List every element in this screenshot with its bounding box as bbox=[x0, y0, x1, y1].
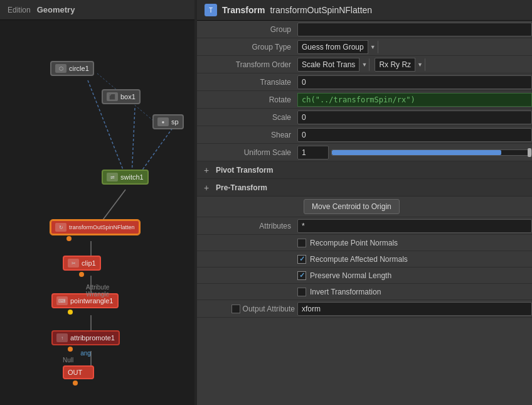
svg-line-1 bbox=[132, 108, 135, 176]
node-box-sp[interactable]: ● sp bbox=[152, 114, 184, 129]
group-type-dropdown-arrow[interactable]: ▼ bbox=[368, 40, 378, 54]
checkbox-preserve-normal-length-row: ✓ Preserve Normal Length bbox=[197, 267, 532, 284]
param-shear-value bbox=[297, 128, 532, 142]
uniform-scale-input[interactable] bbox=[297, 146, 329, 159]
preserve-normal-length-checkmark: ✓ bbox=[299, 271, 305, 279]
node-clip1[interactable]: ✂ clip1 bbox=[63, 256, 101, 271]
param-group-label: Group bbox=[197, 25, 297, 34]
preserve-normal-length-checkbox[interactable]: ✓ bbox=[297, 271, 306, 280]
node-icon-attribpromote: ↑ bbox=[56, 333, 68, 342]
checkbox-invert-transformation-area: Invert Transformation bbox=[297, 288, 532, 296]
node-icon-switch1: ⇌ bbox=[107, 173, 118, 181]
output-attribute-checkbox[interactable] bbox=[231, 305, 240, 313]
node-dot-transform bbox=[66, 236, 72, 241]
properties-panel: T Transform transformOutSpinNFlatten Gro… bbox=[197, 0, 532, 405]
param-rotate-value bbox=[297, 93, 532, 107]
node-icon-sp: ● bbox=[157, 117, 169, 126]
panel-header: Edition Geometry bbox=[0, 0, 194, 20]
node-label-clip1: clip1 bbox=[82, 259, 96, 267]
node-circle1[interactable]: ⬡ circle1 bbox=[50, 61, 94, 76]
transform-order-arrow2[interactable]: ▼ bbox=[415, 58, 425, 72]
checkbox-recompute-affected-normals-area: ✓ Recompute Affected Normals bbox=[297, 255, 532, 264]
param-group-type-row: Group Type Guess from Group ▼ bbox=[197, 38, 532, 56]
transform-order-arrow1[interactable]: ▼ bbox=[359, 58, 369, 72]
checkbox-recompute-affected-normals-row: ✓ Recompute Affected Normals bbox=[197, 251, 532, 267]
node-label-out: OUT bbox=[68, 369, 82, 376]
null-label: Null bbox=[63, 357, 73, 364]
node-sp[interactable]: ● sp bbox=[152, 114, 184, 129]
transform-order-text2: Rx Ry Rz bbox=[375, 60, 415, 69]
node-box1[interactable]: ⬛ box1 bbox=[102, 89, 141, 104]
param-attributes-label: Attributes bbox=[197, 222, 297, 230]
invert-transformation-checkbox[interactable] bbox=[297, 288, 306, 296]
uniform-scale-track[interactable] bbox=[331, 149, 532, 156]
param-transform-order-label: Transform Order bbox=[197, 60, 297, 69]
params-area: Group Group Type Guess from Group ▼ Tran… bbox=[197, 21, 532, 405]
param-rotate-label: Rotate bbox=[197, 95, 297, 104]
node-box-out[interactable]: OUT bbox=[63, 365, 94, 379]
pivot-transform-section[interactable]: + Pivot Transform bbox=[197, 161, 532, 179]
scale-input[interactable] bbox=[297, 111, 532, 124]
rotate-input[interactable] bbox=[297, 93, 532, 107]
param-translate-label: Translate bbox=[197, 78, 297, 87]
shear-input[interactable] bbox=[297, 128, 532, 142]
node-box-transform[interactable]: ↻ transformOutSpinNFlatten bbox=[50, 220, 140, 235]
group-type-dropdown[interactable]: Guess from Group ▼ bbox=[297, 40, 378, 54]
transform-order-dropdown1[interactable]: Scale Rot Trans ▼ bbox=[297, 58, 370, 72]
node-graph-panel: Edition Geometry ⬡ bbox=[0, 0, 194, 405]
param-transform-order-row: Transform Order Scale Rot Trans ▼ Rx Ry … bbox=[197, 56, 532, 73]
checkbox-recompute-point-normals-row: Recompute Point Normals bbox=[197, 235, 532, 251]
node-dot-attribpromote bbox=[68, 347, 73, 352]
node-attribpromote[interactable]: ↑ attribpromote1 ang bbox=[51, 330, 120, 345]
attr-wrangle-label: Attribute Wrangle bbox=[86, 284, 119, 298]
pivot-section-plus-icon[interactable]: + bbox=[197, 165, 216, 175]
uniform-scale-slider-container bbox=[297, 146, 532, 159]
param-attributes-row: Attributes bbox=[197, 217, 532, 235]
param-group-type-label: Group Type bbox=[197, 43, 297, 51]
param-scale-label: Scale bbox=[197, 113, 297, 122]
attributes-input[interactable] bbox=[297, 219, 532, 233]
output-attribute-label: Output Attribute bbox=[243, 305, 295, 313]
param-scale-row: Scale bbox=[197, 109, 532, 126]
node-pointwrangle[interactable]: Attribute Wrangle ⌨ pointwrangle1 bbox=[51, 293, 119, 308]
node-box-circle1[interactable]: ⬡ circle1 bbox=[50, 61, 94, 76]
param-shear-row: Shear bbox=[197, 126, 532, 144]
param-uniform-scale-value bbox=[297, 146, 532, 159]
properties-header: T Transform transformOutSpinNFlatten bbox=[197, 0, 532, 21]
transform-order-text1: Scale Rot Trans bbox=[298, 60, 359, 69]
node-transform[interactable]: ↻ transformOutSpinNFlatten bbox=[50, 220, 140, 235]
param-rotate-row: Rotate bbox=[197, 91, 532, 109]
node-box-clip1[interactable]: ✂ clip1 bbox=[63, 256, 101, 271]
translate-input[interactable] bbox=[297, 75, 532, 89]
node-box-switch1[interactable]: ⇌ switch1 bbox=[102, 170, 149, 185]
node-canvas: ⬡ circle1 ⬛ box1 ● sp ⇌ switch1 bbox=[0, 20, 194, 400]
preserve-normal-length-label: Preserve Normal Length bbox=[310, 271, 391, 280]
pre-section-label: Pre-Transform bbox=[216, 183, 267, 192]
pre-transform-section[interactable]: + Pre-Transform bbox=[197, 179, 532, 197]
node-switch1[interactable]: ⇌ switch1 bbox=[102, 170, 149, 185]
node-dot-clip1 bbox=[79, 272, 84, 277]
node-box-box1[interactable]: ⬛ box1 bbox=[102, 89, 141, 104]
pre-section-plus-icon[interactable]: + bbox=[197, 183, 216, 193]
transform-node-icon: T bbox=[205, 4, 217, 16]
output-attribute-input[interactable] bbox=[297, 302, 532, 316]
node-icon-pointwrangle: ⌨ bbox=[56, 296, 68, 305]
transform-order-dropdown2[interactable]: Rx Ry Rz ▼ bbox=[375, 58, 425, 72]
panel-subtitle-label: Edition bbox=[8, 6, 31, 14]
uniform-scale-thumb[interactable] bbox=[528, 148, 531, 157]
recompute-affected-normals-checkbox[interactable]: ✓ bbox=[297, 255, 306, 264]
node-dot-out bbox=[73, 381, 78, 386]
recompute-point-normals-checkbox[interactable] bbox=[297, 239, 306, 247]
param-group-type-value: Guess from Group ▼ bbox=[297, 40, 532, 54]
output-attribute-value-area bbox=[297, 302, 532, 316]
node-box-attribpromote[interactable]: ↑ attribpromote1 bbox=[51, 330, 120, 345]
panel-title-label: Geometry bbox=[37, 5, 75, 14]
node-name-label: transformOutSpinNFlatten bbox=[270, 5, 372, 15]
output-attribute-row: Output Attribute bbox=[197, 300, 532, 318]
param-attributes-value bbox=[297, 219, 532, 233]
move-centroid-button[interactable]: Move Centroid to Origin bbox=[304, 199, 400, 214]
node-icon-box1: ⬛ bbox=[107, 92, 118, 101]
node-out[interactable]: Null OUT bbox=[63, 365, 94, 379]
node-label-attribpromote: attribpromote1 bbox=[70, 334, 115, 342]
group-input[interactable] bbox=[297, 23, 532, 36]
